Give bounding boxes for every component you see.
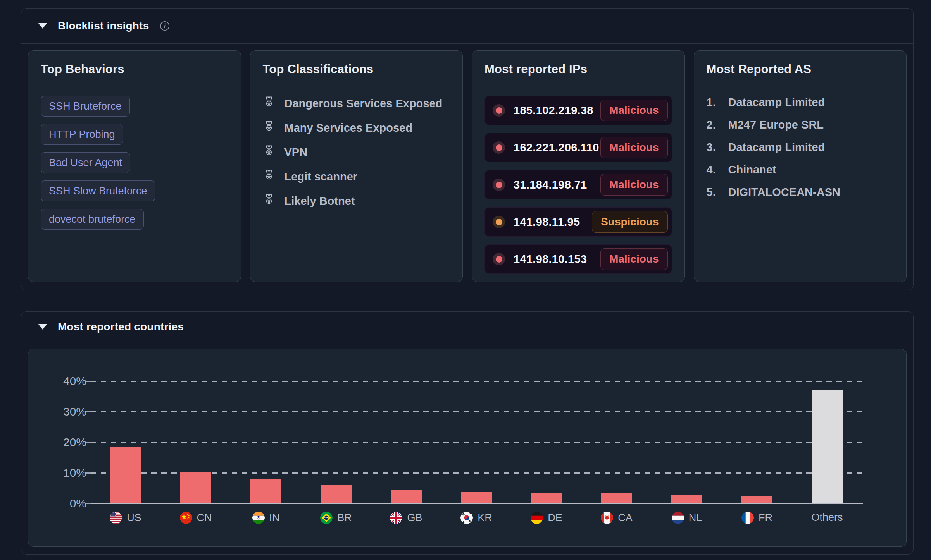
in-flag-icon (252, 512, 265, 524)
classification-list: Dangerous Services ExposedMany Services … (263, 96, 450, 208)
collapse-caret-icon[interactable] (38, 324, 47, 330)
ip-address: 185.102.219.38 (514, 104, 593, 117)
card-most-reported-as: Most Reported AS 1.Datacamp Limited2.M24… (694, 50, 907, 282)
ip-list: 185.102.219.38Malicious162.221.206.110Ma… (484, 96, 672, 274)
ip-address: 31.184.198.71 (514, 179, 587, 191)
as-rank: 5. (707, 186, 722, 199)
gridline (91, 411, 863, 412)
behavior-chip[interactable]: dovecot bruteforce (41, 209, 144, 230)
ip-row[interactable]: 162.221.206.110Malicious (484, 133, 672, 162)
x-axis-label: BR (297, 512, 375, 524)
x-label-text: CN (197, 512, 212, 524)
countries-bar-chart: 40%30%20%10%0%USCNINBRGBKRDECANLFROthers (28, 349, 907, 547)
bar (461, 492, 492, 503)
x-axis-label: IN (227, 512, 305, 524)
bar (180, 472, 211, 503)
as-rank: 4. (707, 163, 722, 176)
y-axis-label: 30% (28, 406, 86, 417)
kr-flag-icon (460, 512, 473, 524)
card-title: Top Behaviors (41, 62, 228, 76)
medal-icon (263, 169, 275, 184)
info-icon[interactable] (160, 21, 170, 31)
x-label-text: DE (548, 512, 562, 524)
classification-label: Many Services Exposed (284, 121, 412, 134)
ip-address: 141.98.10.153 (514, 253, 587, 266)
x-axis-label: CN (157, 512, 234, 524)
bar (391, 490, 422, 503)
classification-label: VPN (284, 146, 308, 159)
countries-section-header: Most reported countries (21, 312, 913, 342)
x-label-text: IN (269, 512, 280, 524)
card-top-classifications: Top Classifications Dangerous Services E… (250, 50, 463, 282)
classification-item: VPN (263, 144, 450, 160)
status-badge: Malicious (600, 100, 668, 121)
status-badge: Malicious (600, 137, 668, 158)
classification-label: Dangerous Services Exposed (284, 97, 443, 110)
ip-address: 162.221.206.110 (514, 141, 599, 154)
bar (110, 447, 141, 503)
y-axis-label: 10% (28, 467, 86, 479)
blocklist-section-header: Blocklist insights (21, 9, 913, 44)
cn-flag-icon (180, 512, 192, 524)
ip-row[interactable]: 141.98.10.153Malicious (484, 244, 672, 274)
medal-icon (263, 193, 275, 208)
as-item: 3.Datacamp Limited (707, 141, 894, 154)
status-dot-icon (493, 141, 505, 154)
as-name: Datacamp Limited (728, 96, 825, 109)
status-dot-core (496, 107, 502, 114)
x-axis-label: DE (508, 512, 585, 524)
status-dot-core (496, 144, 502, 151)
ip-row[interactable]: 31.184.198.71Malicious (484, 170, 672, 199)
card-most-reported-ips: Most reported IPs 185.102.219.38Maliciou… (472, 50, 685, 282)
gridline (91, 442, 863, 443)
ip-row[interactable]: 141.98.11.95Suspicious (484, 207, 672, 237)
x-axis-label: KR (438, 512, 515, 524)
collapse-caret-icon[interactable] (38, 23, 47, 29)
blocklist-section-title: Blocklist insights (58, 20, 149, 32)
status-dot-core (496, 256, 502, 263)
blocklist-insights-section: Blocklist insights Top Behaviors SSH Bru… (21, 8, 914, 290)
status-dot-core (496, 219, 502, 225)
as-name: Datacamp Limited (728, 141, 825, 154)
medal-icon (263, 144, 275, 160)
ca-flag-icon (601, 512, 613, 524)
classification-item: Dangerous Services Exposed (263, 96, 450, 111)
classification-label: Likely Botnet (284, 194, 355, 208)
behavior-chip[interactable]: SSH Slow Bruteforce (41, 180, 155, 201)
bar (741, 496, 772, 503)
x-label-text: CA (618, 512, 633, 524)
us-flag-icon (110, 512, 122, 524)
x-label-text: NL (689, 512, 702, 524)
x-axis-label: NL (648, 512, 726, 524)
status-dot-icon (493, 216, 505, 228)
br-flag-icon (320, 512, 333, 524)
behavior-chip[interactable]: SSH Bruteforce (41, 96, 130, 117)
status-badge: Suspicious (592, 211, 667, 233)
nl-flag-icon (672, 512, 684, 524)
as-item: 5.DIGITALOCEAN-ASN (707, 186, 894, 199)
as-item: 2.M247 Europe SRL (707, 118, 894, 131)
x-label-text: GB (407, 512, 422, 524)
ip-row[interactable]: 185.102.219.38Malicious (484, 96, 672, 125)
page: { "colors": { "bar_red": "#ee6b6e", "oth… (0, 0, 931, 560)
status-badge: Malicious (600, 248, 668, 270)
gridline (91, 381, 863, 382)
de-flag-icon (531, 512, 543, 524)
as-item: 4.Chinanet (707, 163, 894, 176)
as-name: M247 Europe SRL (728, 118, 824, 131)
status-badge: Malicious (600, 174, 668, 196)
y-axis-line (91, 381, 91, 504)
behavior-chip[interactable]: HTTP Probing (41, 124, 123, 145)
bar (250, 479, 281, 503)
x-axis-label: CA (578, 512, 655, 524)
x-axis-label: FR (718, 512, 796, 524)
status-dot-icon (493, 104, 505, 117)
x-axis-label: Others (788, 512, 866, 524)
x-axis-label: GB (367, 512, 445, 524)
as-rank: 1. (707, 96, 722, 109)
medal-icon (263, 120, 275, 135)
status-dot-icon (493, 253, 505, 265)
as-name: Chinanet (728, 163, 776, 176)
classification-item: Legit scanner (263, 169, 450, 184)
behavior-chip[interactable]: Bad User Agent (41, 152, 130, 173)
